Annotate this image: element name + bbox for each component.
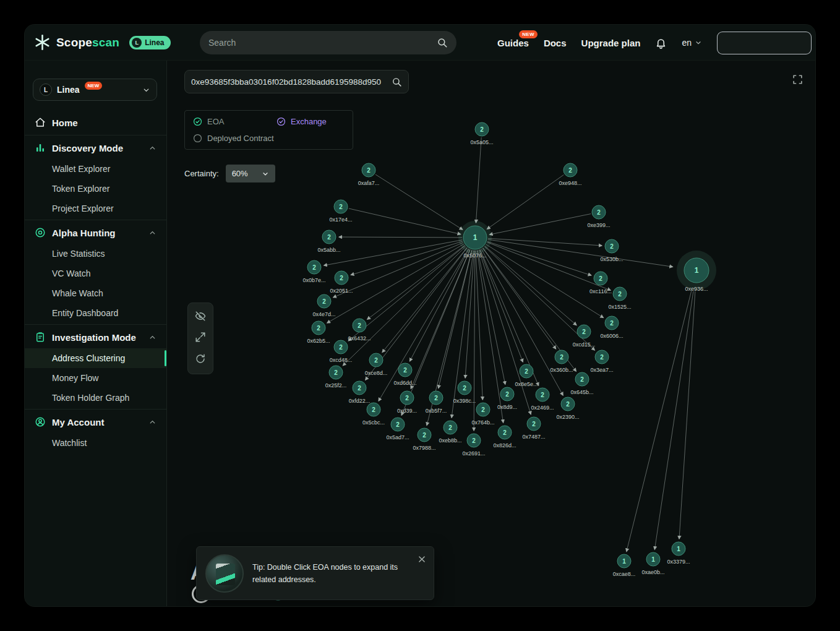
graph-node[interactable]: 20x5ad7... xyxy=(386,418,409,440)
graph-node[interactable]: 20x5abb... xyxy=(317,230,340,253)
tip-toast: Tip: Double Click EOA nodes to expand it… xyxy=(196,546,434,600)
chevron-up-icon xyxy=(148,229,156,237)
sidebar-item-entity-dashboard[interactable]: Entity Dashboard xyxy=(25,303,166,323)
svg-text:2: 2 xyxy=(610,243,614,250)
graph-node[interactable]: 20x826d... xyxy=(493,426,516,449)
graph-node[interactable]: 20x2390... xyxy=(556,397,579,420)
graph-node[interactable]: 20x764b... xyxy=(471,403,494,426)
address-search-box[interactable]: 0xe93685f3bba03016f02bd1828badd6195988d9… xyxy=(184,70,409,93)
search-icon[interactable] xyxy=(392,77,402,87)
global-search-input[interactable] xyxy=(208,38,432,48)
sidebar-item-vc-watch[interactable]: VC Watch xyxy=(25,264,166,283)
graph-node[interactable]: 20xeb8b... xyxy=(439,421,461,444)
graph-node[interactable]: 20xcd48... xyxy=(330,340,353,363)
filter-deployed-contract[interactable]: Deployed Contract xyxy=(193,134,274,143)
graph-node[interactable]: 20x5a05... xyxy=(470,122,493,145)
graph-node[interactable]: 10x3379... xyxy=(667,542,690,565)
graph-node[interactable]: 20x398c... xyxy=(453,381,476,404)
notifications-bell-icon[interactable] xyxy=(655,37,667,49)
fit-view-button[interactable] xyxy=(193,331,208,346)
graph-node[interactable]: 10xcae8... xyxy=(613,554,636,577)
network-selector[interactable]: L Linea NEW xyxy=(33,79,157,101)
graph-node[interactable]: 20x2469... xyxy=(531,388,554,411)
graph-node[interactable]: 20xe948... xyxy=(559,163,581,186)
sidebar-nav: HomeDiscovery ModeWallet ExplorerToken E… xyxy=(25,111,166,453)
graph-node[interactable]: 20x5cbc... xyxy=(362,403,385,426)
graph-node[interactable]: 20x645b... xyxy=(570,372,593,395)
sidebar-item-token-holder-graph[interactable]: Token Holder Graph xyxy=(25,388,166,408)
graph-node[interactable]: 20x7487... xyxy=(522,417,545,440)
graph-node[interactable]: 20xce8d... xyxy=(365,353,388,376)
graph-node[interactable]: 20x3ea7... xyxy=(590,350,613,373)
graph-node[interactable]: 20x25f2... xyxy=(325,366,347,388)
nav-docs[interactable]: Docs xyxy=(544,38,567,48)
certainty-dropdown[interactable]: 60% xyxy=(226,165,275,182)
node-address-label: 0xd6dd... xyxy=(393,380,416,386)
graph-node[interactable]: 20x1525... xyxy=(608,287,631,310)
sidebar-item-project-explorer[interactable]: Project Explorer xyxy=(25,199,166,218)
graph-node[interactable]: 20xd39... xyxy=(397,391,417,414)
node-address-label: 0x0b7e... xyxy=(302,277,325,283)
sidebar-section-my-account[interactable]: My Account xyxy=(25,411,166,433)
global-search[interactable] xyxy=(200,31,456,54)
graph-node[interactable]: 20xfd22... xyxy=(349,381,371,404)
graph-node[interactable]: 20x2691... xyxy=(462,434,485,457)
node-address-label: 0x2469... xyxy=(531,405,554,411)
address-input[interactable]: 0xe93685f3bba03016f02bd1828badd6195988d9… xyxy=(191,77,395,87)
node-address-label: 0x2390... xyxy=(556,414,579,420)
sidebar-section-investigation-mode[interactable]: Investigation Mode xyxy=(25,326,166,348)
hide-labels-button[interactable] xyxy=(193,309,208,324)
fullscreen-icon xyxy=(792,74,803,85)
graph-node[interactable]: 20x62b5... xyxy=(307,321,330,344)
sidebar-item-money-flow[interactable]: Money Flow xyxy=(25,368,166,388)
graph-node[interactable]: 20x530b... xyxy=(600,239,623,262)
svg-text:2: 2 xyxy=(503,429,507,436)
graph-node[interactable]: 20xc116... xyxy=(589,272,612,294)
brand-logo[interactable]: Scopescan L Linea xyxy=(25,34,171,51)
svg-text:2: 2 xyxy=(480,126,484,133)
nav-guides[interactable]: NEW Guides xyxy=(497,38,529,48)
node-address-label: 0x360b... xyxy=(550,367,573,373)
graph-toolbar xyxy=(187,303,213,374)
graph-node[interactable]: 20x6006... xyxy=(600,316,623,339)
graph-node[interactable]: 20xe399... xyxy=(587,205,610,228)
graph-node[interactable]: 20x7988... xyxy=(413,428,435,451)
sidebar-section-discovery-mode[interactable]: Discovery Mode xyxy=(25,137,166,159)
language-selector[interactable]: en xyxy=(682,38,702,48)
sidebar-item-watchlist[interactable]: Watchlist xyxy=(25,433,166,453)
graph-node[interactable]: 20xcd15... xyxy=(573,325,596,348)
wallet-connect-button[interactable] xyxy=(717,32,812,54)
sidebar-item-wallet-explorer[interactable]: Wallet Explorer xyxy=(25,159,166,179)
filter-exchange[interactable]: Exchange xyxy=(276,117,327,126)
sidebar-section-alpha-hunting[interactable]: Alpha Hunting xyxy=(25,221,166,244)
graph-node[interactable]: 20xd6dd... xyxy=(393,363,416,386)
svg-text:2: 2 xyxy=(374,357,378,364)
filter-eoa[interactable]: EOA xyxy=(193,117,276,126)
graph-node[interactable]: 20x360b... xyxy=(550,350,573,373)
graph-node[interactable]: 20x6432... xyxy=(348,319,371,341)
graph-node[interactable]: 20x17e4... xyxy=(329,200,352,223)
graph-node[interactable]: 20x4e7d... xyxy=(312,294,335,317)
svg-text:2: 2 xyxy=(396,421,400,428)
nav-upgrade-plan[interactable]: Upgrade plan xyxy=(581,38,641,48)
refresh-button[interactable] xyxy=(193,353,208,367)
graph-node[interactable]: 20xb5f7... xyxy=(426,391,447,414)
sidebar-item-address-clustering[interactable]: Address Clustering xyxy=(25,348,166,368)
svg-text:2: 2 xyxy=(582,328,586,335)
svg-text:2: 2 xyxy=(405,395,409,401)
graph-node[interactable]: 20x8d9... xyxy=(497,387,517,410)
graph-edge xyxy=(476,251,482,400)
sidebar-item-home[interactable]: Home xyxy=(25,111,166,134)
brand-name: Scopescan xyxy=(56,36,119,49)
fullscreen-button[interactable] xyxy=(790,73,805,88)
node-address-label: 0x62b5... xyxy=(307,338,330,344)
sidebar-item-whale-watch[interactable]: Whale Watch xyxy=(25,283,166,303)
close-icon[interactable] xyxy=(418,555,426,564)
node-address-label: 0x6432... xyxy=(348,335,371,341)
graph-node[interactable]: 10xe936... xyxy=(677,251,716,292)
graph-node[interactable]: 20x2051... xyxy=(330,271,353,294)
sidebar-item-live-statistics[interactable]: Live Statistics xyxy=(25,244,166,264)
graph-node[interactable]: 10xae0b... xyxy=(641,552,664,575)
graph-node[interactable]: 20x0b7e... xyxy=(302,260,325,283)
sidebar-item-token-explorer[interactable]: Token Explorer xyxy=(25,179,166,199)
